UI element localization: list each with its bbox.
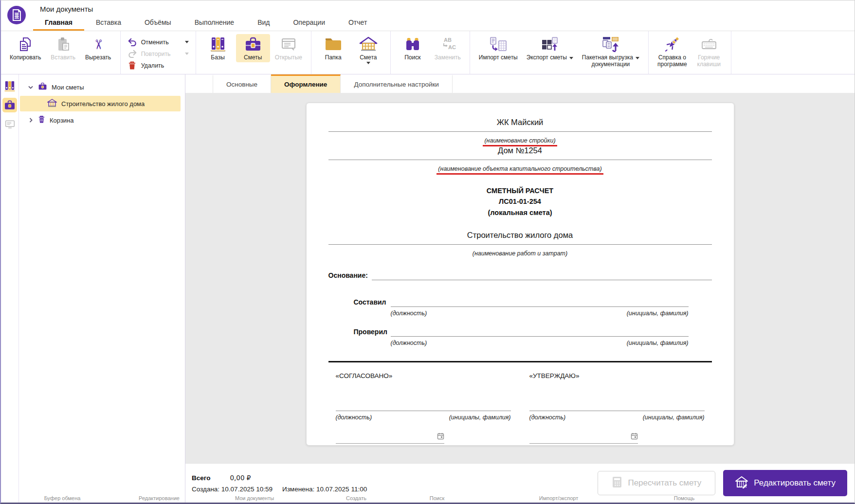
group-label-editing: Редактирование xyxy=(124,495,195,501)
briefcase-icon xyxy=(38,82,47,92)
agreed-date-field[interactable] xyxy=(336,432,444,444)
recalculate-button: Пересчитать смету xyxy=(598,471,715,495)
app-window: Мои документы Главная Вставка Объёмы Вып… xyxy=(0,0,855,504)
trash-icon xyxy=(38,115,45,125)
tree-item-construction[interactable]: Строительство жилого дома xyxy=(20,96,181,111)
tab-dop-nastroyki[interactable]: Дополнительные настройки xyxy=(341,74,453,93)
sidebar: Мои сметы Строительство жилого дома xyxy=(1,74,185,503)
export-icon xyxy=(541,36,559,53)
group-search: Поиск AB AC Заменить xyxy=(391,31,470,74)
estimates-tree: Мои сметы Строительство жилого дома xyxy=(19,74,185,503)
copy-button[interactable]: Копировать xyxy=(6,34,45,62)
tree-item-trash[interactable]: Корзина xyxy=(20,112,181,128)
strip-opened-button[interactable] xyxy=(2,117,17,131)
tab-vypolnenie[interactable]: Выполнение xyxy=(183,16,246,31)
totals-block: Всего 0,00 ₽ Создана: 10.07.2025 10:59 И… xyxy=(192,474,367,493)
approved-signature-line[interactable] xyxy=(529,402,705,411)
chevron-right-icon[interactable] xyxy=(28,118,34,123)
checked-input-line[interactable] xyxy=(391,326,689,337)
edit-estimate-button[interactable]: Редактировать смету xyxy=(723,470,847,496)
estimates-button[interactable]: Сметы xyxy=(236,34,270,62)
bases-binders-icon xyxy=(210,36,226,53)
total-value: 0,00 ₽ xyxy=(230,474,251,482)
checked-captions: (должность) (инициалы, фамилия) xyxy=(391,340,689,346)
tab-vstavka[interactable]: Вставка xyxy=(84,16,133,31)
calendar-icon[interactable] xyxy=(631,432,638,442)
approved-captions: (должность) (инициалы, фамилия) xyxy=(529,414,705,421)
app-header: Мои документы Главная Вставка Объёмы Вып… xyxy=(1,0,855,31)
approved-date-field[interactable] xyxy=(529,432,638,444)
position-caption: (должность) xyxy=(336,414,372,421)
tab-vid[interactable]: Вид xyxy=(246,16,281,31)
group-help: Справка о программе Горячие клавиши xyxy=(649,31,731,74)
group-label-search: Поиск xyxy=(398,495,476,501)
folder-icon xyxy=(325,36,342,53)
about-button[interactable]: Справка о программе xyxy=(654,34,691,70)
chevron-down-icon[interactable] xyxy=(636,54,639,61)
strip-estimates-button[interactable] xyxy=(2,98,17,112)
position-caption: (должность) xyxy=(391,340,427,346)
create-estimate-button[interactable]: Смета xyxy=(351,34,385,66)
estimate-number: ЛС01-01-254 xyxy=(328,196,712,207)
tab-oformlenie[interactable]: Оформление xyxy=(271,74,341,93)
bases-button[interactable]: Базы xyxy=(201,34,235,62)
group-import-export: Импорт сметы Экспорт сметы xyxy=(470,31,649,74)
group-my-documents: Базы Сметы xyxy=(196,31,311,74)
total-row: Всего 0,00 ₽ xyxy=(192,474,367,482)
agreed-label: «СОГЛАСОВАНО» xyxy=(336,372,511,379)
approval-columns: «СОГЛАСОВАНО» (должность) (инициалы, фам… xyxy=(328,372,712,444)
strip-bases-button[interactable] xyxy=(2,79,17,93)
rocket-icon xyxy=(664,36,680,53)
group-label-clipboard: Буфер обмена xyxy=(1,495,124,501)
chevron-down-icon[interactable] xyxy=(569,54,573,61)
basis-label: Основание: xyxy=(328,271,368,280)
document-canvas: ЖК Майский (наименование стройки) Дом №1… xyxy=(185,93,855,463)
composed-label: Составил xyxy=(354,298,386,307)
replace-icon: AB AC xyxy=(439,36,456,53)
tab-obyomy[interactable]: Объёмы xyxy=(133,16,183,31)
agreed-column: «СОГЛАСОВАНО» (должность) (инициалы, фам… xyxy=(336,372,511,444)
tab-otchet[interactable]: Отчет xyxy=(337,16,379,31)
house-icon xyxy=(47,99,57,109)
undo-button[interactable]: Отменить xyxy=(127,38,189,46)
chevron-down-icon[interactable] xyxy=(28,86,34,89)
estimate-title-page: ЖК Майский (наименование стройки) Дом №1… xyxy=(306,103,734,446)
redo-icon xyxy=(127,50,137,58)
tab-osnovnye[interactable]: Основные xyxy=(213,74,271,93)
tree-item-my-estimates[interactable]: Мои сметы xyxy=(20,79,181,95)
composed-row: Составил xyxy=(354,297,689,307)
works-name-field[interactable]: Строительство жилого дома xyxy=(328,231,712,245)
calculator-icon xyxy=(612,476,622,490)
document-tab-bar: Основные Оформление Дополнительные настр… xyxy=(185,74,855,93)
svg-text:AC: AC xyxy=(448,44,456,50)
initials-caption: (инициалы, фамилия) xyxy=(627,340,689,346)
import-estimate-button[interactable]: Импорт сметы xyxy=(475,34,522,62)
house-frame-icon xyxy=(359,36,378,53)
estimate-kind: (локальная смета) xyxy=(328,207,712,218)
tab-glavnaya[interactable]: Главная xyxy=(33,16,84,31)
basis-input-line[interactable] xyxy=(372,270,712,280)
delete-button[interactable]: Удалить xyxy=(127,61,189,70)
cut-button[interactable]: ✂ Вырезать xyxy=(81,34,115,62)
chevron-down-icon xyxy=(185,53,189,55)
search-button[interactable]: Поиск xyxy=(396,34,430,62)
agreed-signature-line[interactable] xyxy=(336,402,511,411)
redo-button: Повторить xyxy=(127,50,189,58)
object-name-field[interactable]: Дом №1254 xyxy=(328,146,712,160)
create-folder-button[interactable]: Папка xyxy=(316,34,350,62)
chevron-down-icon[interactable] xyxy=(366,62,370,64)
calendar-icon[interactable] xyxy=(437,432,444,442)
export-estimate-button[interactable]: Экспорт сметы xyxy=(523,34,577,62)
sidebar-icon-strip xyxy=(1,74,19,503)
editing-stack: Отменить Повторить xyxy=(126,34,191,70)
chevron-down-icon[interactable] xyxy=(185,41,189,43)
group-label-importexport: Импорт/экспорт xyxy=(476,495,641,501)
window-title: Мои документы xyxy=(40,5,93,13)
tab-operacii[interactable]: Операции xyxy=(281,16,337,31)
batch-export-button[interactable]: Пакетная выгрузка документации xyxy=(578,34,643,70)
opened-button: Открытые xyxy=(271,34,306,62)
created-timestamp: Создана: 10.07.2025 10:59 xyxy=(192,486,273,493)
composed-input-line[interactable] xyxy=(391,297,689,307)
construction-name-field[interactable]: ЖК Майский xyxy=(328,118,712,132)
modified-timestamp: Изменена: 10.07.2025 11:00 xyxy=(282,486,367,493)
